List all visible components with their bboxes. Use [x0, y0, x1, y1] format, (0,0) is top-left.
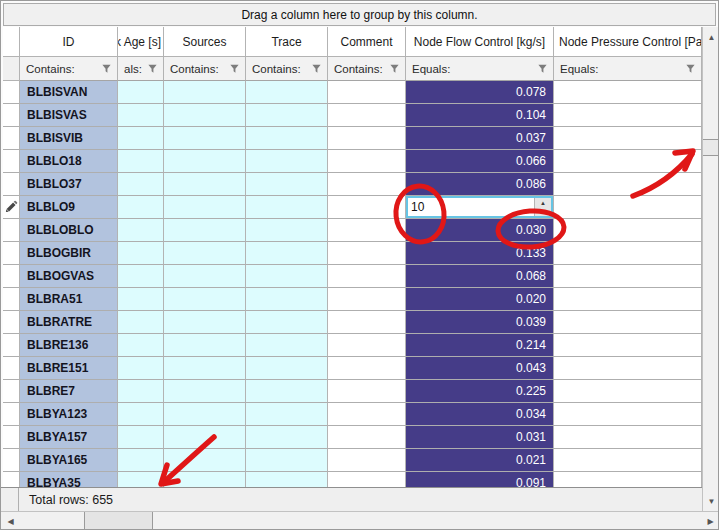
column-header-age[interactable]: k Age [s] [118, 27, 164, 57]
cell-age[interactable] [118, 334, 164, 357]
cell-sources[interactable] [164, 288, 246, 311]
cell-id[interactable]: BLBRA51 [20, 288, 118, 311]
cell-id[interactable]: BLBOGBIR [20, 242, 118, 265]
filter-cell-trace[interactable]: Contains: [246, 57, 328, 81]
cell-comment[interactable] [328, 288, 406, 311]
cell-flow-value[interactable]: 0.066 [406, 150, 554, 173]
cell-sources[interactable] [164, 104, 246, 127]
cell-flow-value[interactable]: 0.030 [406, 219, 554, 242]
cell-id[interactable]: BLBYA165 [20, 449, 118, 472]
row-indicator[interactable] [3, 288, 20, 311]
column-header-comment[interactable]: Comment [328, 27, 406, 57]
cell-trace[interactable] [246, 104, 328, 127]
row-indicator[interactable] [3, 472, 20, 487]
cell-flow-value[interactable]: 0.034 [406, 403, 554, 426]
cell-comment[interactable] [328, 403, 406, 426]
cell-id[interactable]: BLBRE151 [20, 357, 118, 380]
cell-pressure[interactable] [554, 196, 702, 219]
cell-sources[interactable] [164, 219, 246, 242]
scroll-left-button[interactable]: ◀ [2, 512, 19, 530]
row-indicator[interactable] [3, 449, 20, 472]
row-indicator[interactable] [3, 334, 20, 357]
cell-trace[interactable] [246, 288, 328, 311]
cell-age[interactable] [118, 472, 164, 487]
row-indicator[interactable] [3, 403, 20, 426]
cell-trace[interactable] [246, 426, 328, 449]
cell-id[interactable]: BLBRE7 [20, 380, 118, 403]
cell-sources[interactable] [164, 127, 246, 150]
cell-age[interactable] [118, 288, 164, 311]
cell-pressure[interactable] [554, 449, 702, 472]
cell-age[interactable] [118, 426, 164, 449]
cell-comment[interactable] [328, 127, 406, 150]
cell-trace[interactable] [246, 265, 328, 288]
cell-trace[interactable] [246, 472, 328, 487]
cell-sources[interactable] [164, 449, 246, 472]
cell-pressure[interactable] [554, 311, 702, 334]
cell-trace[interactable] [246, 242, 328, 265]
vertical-scrollbar[interactable]: ▲ ▼ [702, 27, 719, 511]
cell-trace[interactable] [246, 449, 328, 472]
column-header-flow[interactable]: Node Flow Control [kg/s] [406, 27, 554, 57]
horizontal-scrollbar-thumb[interactable] [84, 512, 153, 530]
cell-comment[interactable] [328, 334, 406, 357]
cell-age[interactable] [118, 127, 164, 150]
filter-funnel-icon[interactable] [685, 63, 696, 74]
cell-pressure[interactable] [554, 265, 702, 288]
cell-comment[interactable] [328, 472, 406, 487]
cell-sources[interactable] [164, 81, 246, 104]
cell-id[interactable]: BLBLO9 [20, 196, 118, 219]
row-indicator[interactable] [3, 242, 20, 265]
spinner-down-icon[interactable]: ▼ [535, 207, 551, 216]
cell-age[interactable] [118, 311, 164, 334]
cell-flow-value[interactable]: 0.020 [406, 288, 554, 311]
cell-pressure[interactable] [554, 104, 702, 127]
cell-pressure[interactable] [554, 219, 702, 242]
row-indicator[interactable] [3, 380, 20, 403]
cell-comment[interactable] [328, 242, 406, 265]
cell-pressure[interactable] [554, 334, 702, 357]
cell-flow-value[interactable]: 0.225 [406, 380, 554, 403]
cell-trace[interactable] [246, 380, 328, 403]
cell-flow-value[interactable]: 0.068 [406, 265, 554, 288]
filter-funnel-icon[interactable] [101, 63, 112, 74]
cell-age[interactable] [118, 81, 164, 104]
cell-sources[interactable] [164, 196, 246, 219]
cell-age[interactable] [118, 380, 164, 403]
filter-funnel-icon[interactable] [147, 63, 158, 74]
cell-comment[interactable] [328, 311, 406, 334]
cell-flow-value[interactable]: 0.031 [406, 426, 554, 449]
cell-pressure[interactable] [554, 81, 702, 104]
cell-id[interactable]: BLBYA35 [20, 472, 118, 487]
row-indicator[interactable] [3, 173, 20, 196]
column-header-id[interactable]: ID [20, 27, 118, 57]
cell-sources[interactable] [164, 150, 246, 173]
cell-pressure[interactable] [554, 173, 702, 196]
cell-sources[interactable] [164, 173, 246, 196]
cell-pressure[interactable] [554, 426, 702, 449]
filter-funnel-icon[interactable] [311, 63, 322, 74]
cell-sources[interactable] [164, 472, 246, 487]
cell-trace[interactable] [246, 357, 328, 380]
filter-cell-id[interactable]: Contains: [20, 57, 118, 81]
cell-trace[interactable] [246, 173, 328, 196]
cell-sources[interactable] [164, 265, 246, 288]
cell-pressure[interactable] [554, 380, 702, 403]
scroll-up-button[interactable]: ▲ [703, 28, 719, 46]
cell-comment[interactable] [328, 196, 406, 219]
row-indicator[interactable] [3, 81, 20, 104]
cell-pressure[interactable] [554, 127, 702, 150]
filter-cell-pressure[interactable]: Equals: [554, 57, 702, 81]
cell-trace[interactable] [246, 219, 328, 242]
cell-flow-value[interactable]: 0.133 [406, 242, 554, 265]
cell-comment[interactable] [328, 357, 406, 380]
cell-comment[interactable] [328, 219, 406, 242]
cell-sources[interactable] [164, 426, 246, 449]
cell-sources[interactable] [164, 334, 246, 357]
cell-flow-value[interactable]: 0.037 [406, 127, 554, 150]
cell-id[interactable]: BLBYA123 [20, 403, 118, 426]
cell-age[interactable] [118, 196, 164, 219]
cell-age[interactable] [118, 265, 164, 288]
cell-id[interactable]: BLBISVAS [20, 104, 118, 127]
cell-sources[interactable] [164, 242, 246, 265]
